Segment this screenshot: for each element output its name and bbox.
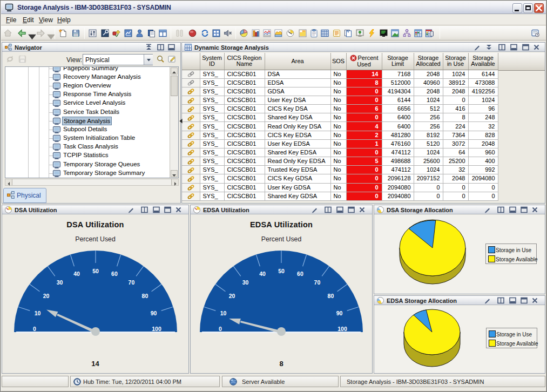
svg-text:20: 20 — [43, 293, 50, 299]
svg-text:40: 40 — [259, 271, 266, 277]
svg-text:0: 0 — [219, 326, 222, 332]
svg-text:90: 90 — [151, 310, 157, 316]
svg-text:50: 50 — [278, 268, 285, 274]
svg-text:100: 100 — [152, 326, 161, 332]
svg-text:10: 10 — [220, 310, 227, 316]
svg-text:80: 80 — [328, 293, 334, 299]
svg-text:70: 70 — [129, 279, 135, 286]
svg-text:70: 70 — [314, 279, 321, 286]
svg-text:10: 10 — [35, 310, 41, 316]
svg-text:20: 20 — [229, 293, 235, 299]
svg-text:50: 50 — [92, 268, 99, 274]
svg-text:90: 90 — [336, 310, 343, 316]
svg-text:40: 40 — [73, 271, 80, 277]
svg-text:60: 60 — [297, 271, 303, 277]
svg-text:30: 30 — [57, 279, 63, 286]
svg-text:0: 0 — [33, 326, 36, 332]
svg-text:60: 60 — [111, 271, 118, 277]
svg-text:30: 30 — [242, 279, 249, 286]
svg-text:80: 80 — [142, 293, 148, 299]
svg-text:100: 100 — [337, 326, 347, 332]
